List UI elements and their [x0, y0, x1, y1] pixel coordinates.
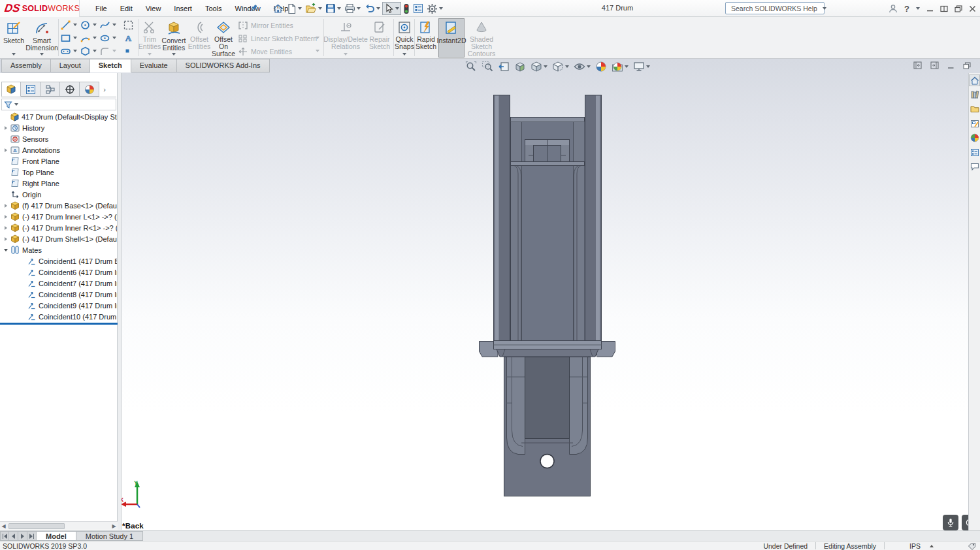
- tree-item-annotations[interactable]: A Annotations: [0, 144, 117, 155]
- filter-caret[interactable]: [14, 103, 18, 106]
- help-caret[interactable]: [916, 7, 920, 10]
- tree-item-drum-shell[interactable]: (-) 417 Drum Shell<1> (Default<<: [0, 233, 117, 244]
- print-icon[interactable]: [343, 3, 362, 14]
- tab-scroll-prev-icon[interactable]: [9, 531, 18, 541]
- collapse-icon[interactable]: [4, 249, 8, 251]
- tree-item-sensors[interactable]: Sensors: [0, 133, 117, 144]
- arc-tool-icon[interactable]: [80, 33, 97, 44]
- doc-minimize-button[interactable]: [947, 62, 955, 69]
- sketch-text-icon[interactable]: A: [123, 33, 134, 44]
- tree-item-history[interactable]: History: [0, 122, 117, 133]
- home-icon[interactable]: [271, 3, 285, 15]
- forum-icon[interactable]: [969, 161, 980, 172]
- tab-evaluate[interactable]: Evaluate: [131, 59, 177, 73]
- view-palette-icon[interactable]: [969, 118, 980, 129]
- task-properties-icon[interactable]: [412, 3, 425, 14]
- select-tool-icon[interactable]: [382, 2, 401, 15]
- view-orientation-icon[interactable]: [529, 61, 549, 73]
- lasso-select-icon[interactable]: [123, 20, 134, 31]
- undo-icon[interactable]: [363, 3, 382, 14]
- tab-assembly[interactable]: Assembly: [1, 59, 51, 73]
- polygon-tool-icon[interactable]: [80, 46, 97, 57]
- point-tool-icon[interactable]: [124, 48, 131, 54]
- menu-view[interactable]: View: [139, 0, 168, 17]
- collapse-left-pane-icon[interactable]: [913, 61, 922, 69]
- help-button[interactable]: ?: [904, 4, 909, 14]
- smart-dimension-button[interactable]: Smart Dimension: [27, 18, 56, 57]
- tab-sketch[interactable]: Sketch: [90, 59, 131, 73]
- tab-scroll-next-icon[interactable]: [18, 531, 27, 541]
- line-tool-icon[interactable]: [60, 20, 77, 31]
- close-button[interactable]: [969, 5, 976, 12]
- tab-scroll-last-icon[interactable]: [27, 531, 37, 541]
- section-view-icon[interactable]: [513, 61, 527, 73]
- view-settings-icon[interactable]: [632, 61, 651, 72]
- tree-item-coincident1[interactable]: Coincident1 (417 Drum Base<: [0, 255, 117, 267]
- minimize-button[interactable]: [926, 5, 934, 12]
- appearances-icon[interactable]: [969, 132, 980, 144]
- menu-window[interactable]: Window: [229, 0, 267, 17]
- tree-root-assembly[interactable]: 417 Drum (Default<Display State-1>): [0, 111, 117, 122]
- panel-horizontal-scrollbar[interactable]: ◀ ▶: [0, 521, 118, 530]
- tree-item-top-plane[interactable]: Top Plane: [0, 167, 117, 178]
- search-input[interactable]: ? Search SOLIDWORKS Help: [725, 2, 825, 14]
- file-explorer-icon[interactable]: [969, 103, 980, 115]
- save-icon[interactable]: [324, 3, 342, 14]
- zoom-to-area-icon[interactable]: [480, 61, 495, 73]
- expand-icon[interactable]: [5, 148, 7, 152]
- status-tag-icon[interactable]: [968, 542, 976, 550]
- tab-motion-study[interactable]: Motion Study 1: [76, 531, 143, 541]
- rebuild-indicator-icon[interactable]: [402, 3, 411, 15]
- display-style-icon[interactable]: [551, 61, 570, 73]
- tree-item-coincident8[interactable]: Coincident8 (417 Drum Inner: [0, 289, 117, 300]
- pin-menu-icon[interactable]: [250, 3, 259, 12]
- model-417-drum[interactable]: [474, 91, 617, 498]
- tab-model[interactable]: Model: [37, 531, 76, 541]
- tab-layout[interactable]: Layout: [51, 59, 90, 73]
- tab-display-manager[interactable]: [80, 82, 99, 97]
- scroll-left-icon[interactable]: ◀: [0, 523, 7, 530]
- circle-tool-icon[interactable]: [80, 20, 97, 31]
- tree-item-mates[interactable]: Mates: [0, 244, 117, 255]
- tree-item-front-plane[interactable]: Front Plane: [0, 155, 117, 167]
- tab-configuration-manager[interactable]: [41, 82, 60, 97]
- status-units[interactable]: IPS: [909, 542, 921, 550]
- offset-on-surface-button[interactable]: Offset On Surface: [212, 18, 235, 57]
- tab-feature-tree[interactable]: [1, 82, 21, 97]
- tree-item-origin[interactable]: Origin: [0, 189, 117, 200]
- menu-file[interactable]: File: [89, 0, 114, 17]
- tree-item-coincident6[interactable]: Coincident6 (417 Drum Inner: [0, 267, 117, 278]
- expand-icon[interactable]: [5, 126, 7, 130]
- microphone-button[interactable]: [943, 515, 958, 530]
- rapid-sketch-button[interactable]: Rapid Sketch: [416, 18, 436, 57]
- expand-icon[interactable]: [5, 237, 7, 241]
- panel-tabs-overflow-icon[interactable]: ›: [99, 82, 110, 97]
- restore-button[interactable]: [955, 5, 962, 12]
- expand-icon[interactable]: [5, 204, 7, 208]
- units-caret-icon[interactable]: [930, 545, 934, 547]
- user-account-icon[interactable]: [889, 4, 898, 13]
- doc-restore-button[interactable]: [963, 62, 971, 69]
- scroll-right-icon[interactable]: ▶: [110, 523, 118, 530]
- tab-scroll-first-icon[interactable]: [0, 531, 9, 541]
- expand-icon[interactable]: [5, 215, 7, 219]
- fillet-tool-icon[interactable]: [99, 46, 116, 57]
- previous-view-icon[interactable]: [497, 61, 511, 73]
- slot-tool-icon[interactable]: [60, 46, 77, 57]
- zoom-to-fit-icon[interactable]: [464, 61, 478, 73]
- tree-item-right-plane[interactable]: Right Plane: [0, 178, 117, 189]
- instant2d-button[interactable]: Instant2D: [438, 18, 465, 57]
- tree-item-drum-base[interactable]: (f) 417 Drum Base<1> (Default<<: [0, 200, 117, 211]
- options-gear-icon[interactable]: [425, 3, 444, 15]
- tree-item-coincident10[interactable]: Coincident10 (417 Drum Inne: [0, 311, 117, 322]
- menu-edit[interactable]: Edit: [114, 0, 139, 17]
- rectangle-tool-icon[interactable]: [60, 33, 77, 44]
- tree-item-coincident9[interactable]: Coincident9 (417 Drum Inner: [0, 300, 117, 311]
- tree-item-drum-inner-l[interactable]: (-) 417 Drum Inner L<1> ->? (Defa: [0, 211, 117, 222]
- tree-item-drum-inner-r[interactable]: (-) 417 Drum Inner R<1> ->? (Def.: [0, 222, 117, 233]
- menu-insert[interactable]: Insert: [167, 0, 199, 17]
- apply-scene-icon[interactable]: [610, 61, 630, 73]
- taskpane-home-icon[interactable]: [969, 74, 980, 86]
- tab-property-manager[interactable]: [21, 82, 41, 97]
- search-options-caret[interactable]: [823, 7, 826, 10]
